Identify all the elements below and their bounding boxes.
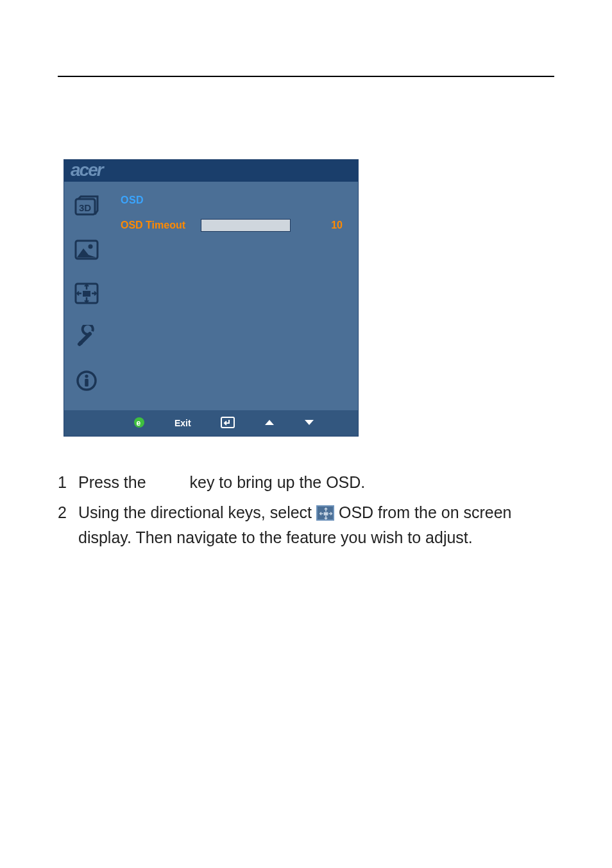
info-icon: [76, 370, 98, 394]
footer-e-button[interactable]: e: [133, 417, 145, 430]
footer-up-button[interactable]: [264, 418, 275, 428]
svg-text:3D: 3D: [79, 202, 91, 213]
step-body: Using the directional keys, select OSD f…: [78, 500, 554, 550]
step-text: Press the: [78, 473, 151, 491]
osd-timeout-slider[interactable]: [201, 219, 291, 232]
step-number: 1: [51, 470, 67, 495]
step-2: 2 Using the directional keys, select OSD…: [51, 500, 554, 550]
settings-icon: [74, 325, 99, 352]
osd-timeout-row[interactable]: OSD Timeout 10: [121, 219, 346, 232]
e-green-icon: e: [133, 417, 145, 430]
3d-icon: 3D: [74, 195, 99, 220]
step-body: Press the key to bring up the OSD.: [78, 470, 554, 495]
sidebar-tab-info[interactable]: [71, 367, 102, 397]
footer-exit-label: Exit: [174, 418, 191, 428]
svg-rect-5: [83, 291, 90, 297]
enter-icon: [221, 417, 235, 430]
step-text: key to bring up the OSD.: [185, 473, 366, 491]
up-arrow-icon: [264, 418, 275, 428]
sidebar-tab-3d[interactable]: 3D: [71, 192, 102, 223]
osd-content: OSD OSD Timeout 10: [109, 182, 358, 410]
picture-icon: [74, 239, 99, 263]
svg-point-8: [85, 374, 88, 378]
osd-section-title: OSD: [121, 195, 346, 206]
svg-text:e: e: [137, 418, 141, 427]
osd-timeout-label: OSD Timeout: [121, 220, 185, 231]
osd-footer: e Exit: [64, 410, 358, 436]
sidebar-tab-picture[interactable]: [71, 236, 102, 266]
sidebar-tab-settings[interactable]: [71, 323, 102, 354]
footer-exit-button[interactable]: Exit: [174, 418, 191, 428]
osd-screenshot: acer 3D: [64, 159, 359, 437]
footer-enter-button[interactable]: [221, 417, 235, 430]
osd-header-bar: acer: [64, 160, 358, 182]
step-1: 1 Press the key to bring up the OSD.: [51, 470, 554, 495]
footer-down-button[interactable]: [304, 418, 314, 428]
down-arrow-icon: [304, 418, 314, 428]
step-text: Using the directional keys, select: [78, 503, 316, 521]
osd-sidebar: 3D: [64, 182, 109, 410]
sidebar-tab-osd-position[interactable]: [71, 279, 102, 310]
osd-timeout-value: 10: [331, 220, 346, 231]
svg-rect-9: [85, 379, 89, 386]
instruction-list: 1 Press the key to bring up the OSD. 2 U…: [51, 470, 554, 555]
header-rule: [58, 76, 554, 77]
step-number: 2: [51, 500, 67, 550]
svg-point-6: [79, 341, 83, 345]
manual-page: acer 3D: [0, 0, 612, 868]
svg-point-3: [89, 245, 93, 249]
osd-body: 3D: [64, 182, 358, 410]
acer-logo: acer: [71, 160, 103, 180]
osd-position-icon: [316, 505, 334, 521]
osd-position-icon: [74, 282, 99, 308]
svg-rect-13: [324, 512, 328, 516]
